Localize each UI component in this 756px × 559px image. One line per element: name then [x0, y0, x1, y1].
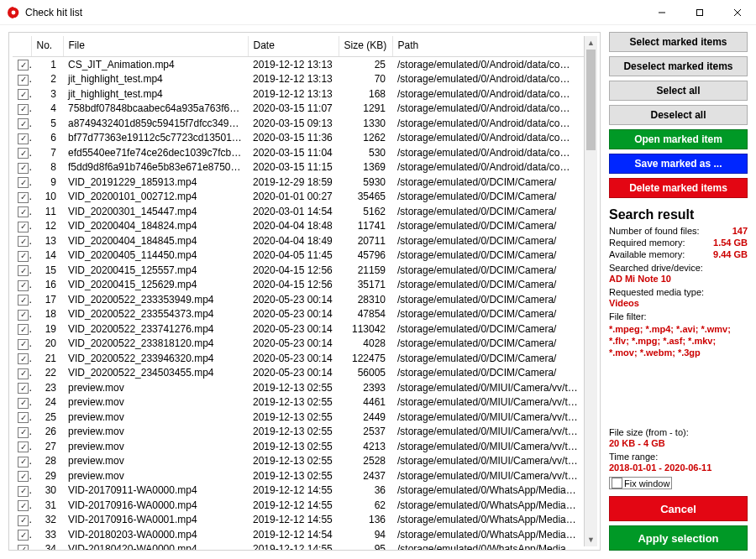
table-row[interactable]: ✓25preview.mov2019-12-13 02:552449/stora… — [13, 410, 596, 425]
col-path[interactable]: Path — [392, 36, 596, 57]
row-checkbox[interactable]: ✓ — [18, 457, 29, 468]
maximize-button[interactable] — [680, 0, 718, 25]
sidebar: Select marked items Deselect marked item… — [609, 32, 748, 551]
table-row[interactable]: ✓21VID_20200522_233946320.mp42020-05-23 … — [13, 351, 596, 366]
row-checkbox[interactable]: ✓ — [18, 324, 29, 335]
table-row[interactable]: ✓3jit_highlight_test.mp42019-12-12 13:13… — [13, 86, 596, 102]
col-date[interactable]: Date — [248, 36, 339, 57]
row-checkbox[interactable]: ✓ — [18, 530, 29, 541]
table-row[interactable]: ✓27preview.mov2019-12-13 02:554213/stora… — [13, 439, 596, 454]
scrollbar-thumb[interactable] — [586, 50, 596, 150]
row-checkbox[interactable]: ✓ — [18, 222, 29, 232]
cell-size: 70 — [339, 72, 392, 87]
row-checkbox[interactable]: ✓ — [18, 192, 29, 203]
row-checkbox[interactable]: ✓ — [18, 265, 29, 276]
table-row[interactable]: ✓28preview.mov2019-12-13 02:552528/stora… — [13, 454, 596, 469]
select-all-button[interactable]: Select all — [609, 81, 748, 101]
table-row[interactable]: ✓5a8749432401d859c59415f7dfcc349ecb1887f… — [13, 116, 596, 131]
table-row[interactable]: ✓12VID_20200404_184824.mp42020-04-04 18:… — [13, 219, 596, 234]
row-checkbox[interactable]: ✓ — [18, 236, 29, 247]
col-no[interactable]: No. — [31, 36, 63, 57]
table-row[interactable]: ✓15VID_20200415_125557.mp42020-04-15 12:… — [13, 263, 596, 278]
table-row[interactable]: ✓20VID_20200522_233818120.mp42020-05-23 … — [13, 337, 596, 352]
table-row[interactable]: ✓34VID-20180420-WA0000.mp42019-12-12 14:… — [13, 542, 596, 551]
cell-path: /storage/emulated/0/WhatsApp/Media/Wha..… — [392, 542, 596, 551]
row-checkbox[interactable]: ✓ — [18, 280, 29, 291]
fix-window-checkbox[interactable]: Fix window — [609, 477, 672, 489]
cell-date: 2020-03-01 14:54 — [248, 204, 339, 219]
row-checkbox[interactable]: ✓ — [18, 89, 29, 100]
row-checkbox[interactable]: ✓ — [18, 133, 29, 144]
table-row[interactable]: ✓16VID_20200415_125629.mp42020-04-15 12:… — [13, 278, 596, 293]
row-checkbox[interactable]: ✓ — [18, 75, 29, 86]
row-checkbox[interactable]: ✓ — [18, 383, 29, 394]
table-row[interactable]: ✓30VID-20170911-WA0000.mp42019-12-12 14:… — [13, 483, 596, 499]
row-checkbox[interactable]: ✓ — [18, 60, 29, 71]
row-checkbox[interactable]: ✓ — [18, 118, 29, 129]
table-row[interactable]: ✓6bf77d77363e19112c5c7723cd13501ba553fb9… — [13, 131, 596, 146]
row-checkbox[interactable]: ✓ — [18, 310, 29, 321]
delete-marked-button[interactable]: Delete marked items — [609, 178, 748, 198]
table-row[interactable]: ✓18VID_20200522_233554373.mp42020-05-23 … — [13, 307, 596, 322]
table-row[interactable]: ✓9VID_20191229_185913.mp42019-12-29 18:5… — [13, 175, 596, 190]
table-row[interactable]: ✓33VID-20180203-WA0000.mp42019-12-12 14:… — [13, 527, 596, 542]
select-marked-button[interactable]: Select marked items — [609, 32, 748, 52]
table-row[interactable]: ✓32VID-20170916-WA0001.mp42019-12-12 14:… — [13, 513, 596, 528]
row-checkbox[interactable]: ✓ — [18, 148, 29, 159]
cell-path: /storage/emulated/0/WhatsApp/Media/Wha..… — [392, 513, 596, 528]
scroll-up-icon[interactable]: ▲ — [585, 36, 597, 50]
col-size[interactable]: Size (KB) — [339, 36, 392, 57]
row-checkbox[interactable]: ✓ — [18, 545, 29, 551]
cell-path: /storage/emulated/0/DCIM/Camera/ — [392, 219, 596, 234]
deselect-all-button[interactable]: Deselect all — [609, 105, 748, 125]
row-checkbox[interactable]: ✓ — [18, 398, 29, 409]
table-row[interactable]: ✓19VID_20200522_233741276.mp42020-05-23 … — [13, 321, 596, 337]
open-marked-button[interactable]: Open marked item — [609, 129, 748, 149]
table-row[interactable]: ✓14VID_20200405_114450.mp42020-04-05 11:… — [13, 248, 596, 264]
table-row[interactable]: ✓4758bdf07848bcaabec64a935a763f6476a14ab… — [13, 102, 596, 117]
table-row[interactable]: ✓22VID_20200522_234503455.mp42020-05-23 … — [13, 366, 596, 381]
cell-file: VID-20170911-WA0000.mp4 — [63, 483, 248, 499]
table-row[interactable]: ✓8f5dd9d8f6a91b746e5b83e671e87503cc2cffd… — [13, 160, 596, 175]
deselect-marked-button[interactable]: Deselect marked items — [609, 56, 748, 76]
cell-file: preview.mov — [63, 395, 248, 410]
table-row[interactable]: ✓17VID_20200522_233353949.mp42020-05-23 … — [13, 292, 596, 307]
table-row[interactable]: ✓24preview.mov2019-12-13 02:554461/stora… — [13, 395, 596, 410]
table-row[interactable]: ✓13VID_20200404_184845.mp42020-04-04 18:… — [13, 233, 596, 248]
row-checkbox[interactable]: ✓ — [18, 441, 29, 452]
row-checkbox[interactable]: ✓ — [18, 104, 29, 115]
row-checkbox[interactable]: ✓ — [18, 412, 29, 423]
close-button[interactable] — [718, 0, 756, 25]
row-checkbox[interactable]: ✓ — [18, 515, 29, 526]
row-checkbox[interactable]: ✓ — [18, 353, 29, 364]
row-checkbox[interactable]: ✓ — [18, 368, 29, 379]
row-checkbox[interactable]: ✓ — [18, 339, 29, 350]
row-checkbox[interactable]: ✓ — [18, 471, 29, 482]
table-row[interactable]: ✓26preview.mov2019-12-13 02:552537/stora… — [13, 425, 596, 440]
cell-path: /storage/emulated/0/DCIM/Camera/ — [392, 248, 596, 264]
row-checkbox[interactable]: ✓ — [18, 251, 29, 262]
row-checkbox[interactable]: ✓ — [18, 206, 29, 217]
table-row[interactable]: ✓2jit_highlight_test.mp42019-12-12 13:13… — [13, 72, 596, 87]
row-checkbox[interactable]: ✓ — [18, 177, 29, 188]
hit-table[interactable]: No. File Date Size (KB) Path ✓1CS_JIT_An… — [13, 36, 596, 551]
table-row[interactable]: ✓29preview.mov2019-12-13 02:552437/stora… — [13, 468, 596, 483]
row-checkbox[interactable]: ✓ — [18, 500, 29, 511]
row-checkbox[interactable]: ✓ — [18, 486, 29, 497]
apply-selection-button[interactable]: Apply selection — [609, 525, 748, 551]
table-row[interactable]: ✓7efd5540ee71fe74ce26dec1039c7fcb961dc8d… — [13, 145, 596, 160]
row-checkbox[interactable]: ✓ — [18, 163, 29, 174]
row-checkbox[interactable]: ✓ — [18, 295, 29, 306]
col-file[interactable]: File — [63, 36, 248, 57]
row-checkbox[interactable]: ✓ — [18, 427, 29, 438]
vertical-scrollbar[interactable]: ▲ ▼ — [584, 36, 597, 546]
table-row[interactable]: ✓31VID-20170916-WA0000.mp42019-12-12 14:… — [13, 498, 596, 513]
minimize-button[interactable] — [643, 0, 680, 25]
table-row[interactable]: ✓23preview.mov2019-12-13 02:552393/stora… — [13, 380, 596, 395]
table-row[interactable]: ✓1CS_JIT_Animation.mp42019-12-12 13:1325… — [13, 57, 596, 72]
cancel-button[interactable]: Cancel — [609, 496, 748, 521]
table-row[interactable]: ✓11VID_20200301_145447.mp42020-03-01 14:… — [13, 204, 596, 219]
scroll-down-icon[interactable]: ▼ — [585, 533, 597, 546]
save-marked-button[interactable]: Save marked as ... — [609, 154, 748, 174]
table-row[interactable]: ✓10VID_20200101_002712.mp42020-01-01 00:… — [13, 190, 596, 205]
